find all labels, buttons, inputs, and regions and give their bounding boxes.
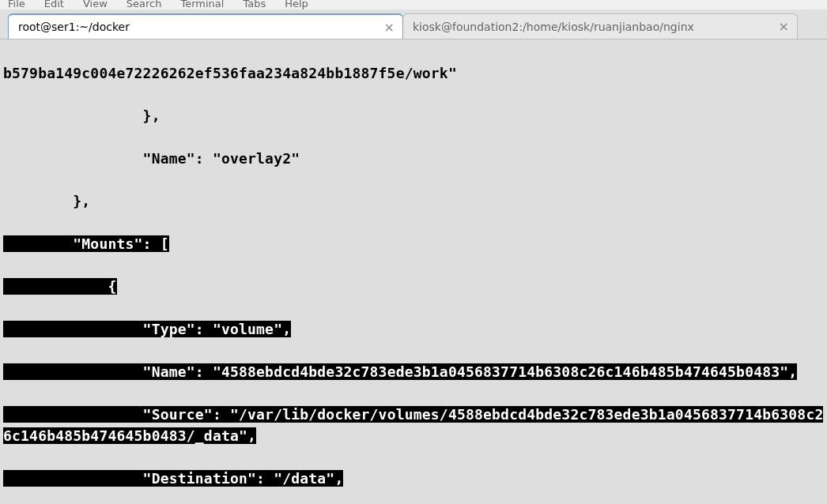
close-icon[interactable]: × (384, 20, 395, 35)
terminal-line: { (0, 276, 827, 297)
menu-file[interactable]: File (8, 0, 25, 9)
tab-kiosk-nginx[interactable]: kiosk@foundation2:/home/kiosk/ruanjianba… (402, 13, 798, 39)
terminal-line: "Type": "volume", (0, 318, 827, 340)
tab-label: root@ser1:~/docker (18, 21, 130, 33)
terminal-line: "Name": "4588ebdcd4bde32c783ede3b1a04568… (0, 361, 827, 382)
menu-help[interactable]: Help (285, 0, 308, 9)
terminal-line: "Name": "overlay2" (0, 148, 827, 169)
tab-root-docker[interactable]: root@ser1:~/docker × (8, 13, 403, 39)
terminal-line: "Mounts": [ (0, 233, 827, 254)
terminal-line: }, (0, 190, 827, 212)
menu-view[interactable]: View (83, 0, 108, 9)
terminal-line: "Destination": "/data", (0, 468, 827, 489)
menu-terminal[interactable]: Terminal (180, 0, 224, 9)
menu-edit[interactable]: Edit (44, 0, 64, 9)
terminal-line: }, (0, 105, 827, 126)
tab-label: kiosk@foundation2:/home/kiosk/ruanjianba… (413, 21, 694, 33)
terminal-output[interactable]: b579ba149c004e72226262ef536faa234a824bb1… (0, 39, 827, 504)
close-icon[interactable]: × (779, 19, 789, 34)
terminal-line: "Source": "/var/lib/docker/volumes/4588e… (0, 404, 827, 446)
tab-bar: root@ser1:~/docker × kiosk@foundation2:/… (0, 9, 827, 39)
menubar: File Edit View Search Terminal Tabs Help (0, 0, 827, 9)
menu-search[interactable]: Search (127, 0, 162, 9)
menu-tabs[interactable]: Tabs (243, 0, 266, 9)
terminal-line: b579ba149c004e72226262ef536faa234a824bb1… (0, 62, 827, 84)
